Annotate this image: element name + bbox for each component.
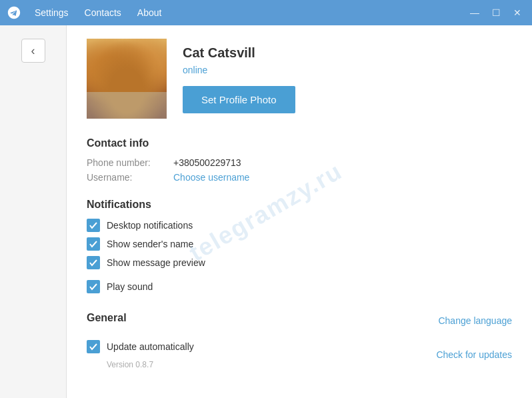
menu-item-settings[interactable]: Settings xyxy=(27,0,77,25)
change-language-link[interactable]: Change language xyxy=(438,315,512,326)
profile-section: Cat Catsvill online Set Profile Photo xyxy=(87,39,512,119)
notifications-section: Notifications Desktop notifications Show… xyxy=(87,199,512,293)
general-section: General Change language Update automatic… xyxy=(87,309,512,369)
maximize-button[interactable]: ☐ xyxy=(488,5,504,21)
close-button[interactable]: ✕ xyxy=(509,5,525,21)
play-sound-label: Play sound xyxy=(107,281,153,292)
play-sound-checkbox[interactable] xyxy=(87,280,100,293)
phone-value: +380500229713 xyxy=(173,157,241,168)
profile-photo[interactable] xyxy=(87,39,167,119)
desktop-notifications-row: Desktop notifications xyxy=(87,219,512,232)
show-sender-name-row: Show sender's name xyxy=(87,237,512,251)
window-controls: — ☐ ✕ xyxy=(467,0,525,25)
check-icon xyxy=(89,221,97,229)
show-message-preview-label: Show message preview xyxy=(107,257,205,268)
show-message-preview-row: Show message preview xyxy=(87,256,512,269)
update-automatically-row: Update automatically xyxy=(87,340,194,353)
play-sound-row: Play sound xyxy=(87,280,512,293)
back-icon: ‹ xyxy=(31,44,35,58)
profile-status: online xyxy=(183,65,295,75)
profile-info: Cat Catsvill online Set Profile Photo xyxy=(183,39,295,113)
choose-username-link[interactable]: Choose username xyxy=(173,172,249,183)
check-icon xyxy=(89,283,97,291)
check-for-updates-link[interactable]: Check for updates xyxy=(436,349,512,360)
profile-name: Cat Catsvill xyxy=(183,45,295,61)
phone-row: Phone number: +380500229713 xyxy=(87,157,512,168)
show-sender-name-checkbox[interactable] xyxy=(87,237,100,251)
contact-info-section: Contact info Phone number: +380500229713… xyxy=(87,137,512,183)
telegram-logo-icon xyxy=(7,5,21,20)
update-row: Update automatically Version 0.8.7 Check… xyxy=(87,340,512,369)
general-header: General xyxy=(87,312,127,324)
menu-item-about[interactable]: About xyxy=(129,0,170,25)
menu-item-contacts[interactable]: Contacts xyxy=(77,0,129,25)
check-icon xyxy=(89,343,97,351)
general-header-row: General Change language xyxy=(87,309,512,332)
sidebar: ‹ xyxy=(0,25,67,398)
back-button[interactable]: ‹ xyxy=(21,39,45,63)
username-row: Username: Choose username xyxy=(87,172,512,183)
contact-info-header: Contact info xyxy=(87,137,512,149)
phone-label: Phone number: xyxy=(87,157,173,168)
content-area: Cat Catsvill online Set Profile Photo Co… xyxy=(67,25,532,398)
title-bar: Settings Contacts About — ☐ ✕ xyxy=(0,0,532,25)
version-text: Version 0.8.7 xyxy=(107,360,194,369)
check-icon xyxy=(89,259,97,267)
username-label: Username: xyxy=(87,172,173,183)
update-automatically-checkbox[interactable] xyxy=(87,340,100,353)
show-message-preview-checkbox[interactable] xyxy=(87,256,100,269)
minimize-button[interactable]: — xyxy=(467,5,483,21)
set-profile-photo-button[interactable]: Set Profile Photo xyxy=(183,86,295,113)
show-sender-name-label: Show sender's name xyxy=(107,239,193,249)
check-icon xyxy=(89,240,97,248)
desktop-notifications-label: Desktop notifications xyxy=(107,220,193,231)
main-container: ‹ Cat Catsvill online Set Profile Photo … xyxy=(0,25,532,398)
update-left: Update automatically Version 0.8.7 xyxy=(87,340,194,369)
update-automatically-label: Update automatically xyxy=(107,341,194,352)
notifications-header: Notifications xyxy=(87,199,512,211)
desktop-notifications-checkbox[interactable] xyxy=(87,219,100,232)
title-bar-menu: Settings Contacts About xyxy=(27,0,169,25)
